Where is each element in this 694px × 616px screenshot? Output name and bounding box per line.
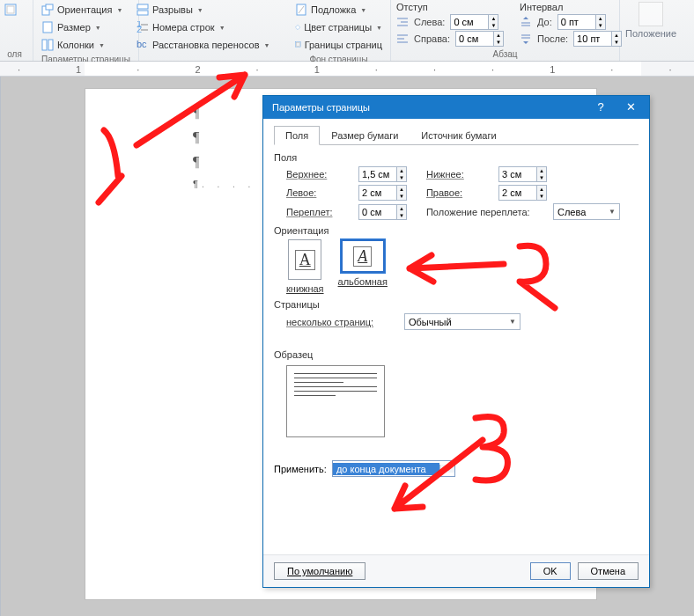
- gutter-label: Переплет:: [286, 207, 351, 217]
- spacing-before-label: До:: [537, 17, 552, 27]
- chevron-down-icon: ▼: [609, 208, 616, 216]
- chevron-down-icon: ▼: [99, 42, 105, 48]
- dialog-titlebar[interactable]: Параметры страницы ? ✕: [263, 96, 649, 119]
- section-orientation-label: Ориентация: [274, 225, 639, 236]
- columns-icon: [41, 39, 54, 51]
- chevron-down-icon: ▼: [360, 7, 366, 13]
- svg-rect-7: [137, 4, 148, 9]
- size-label: Размер: [57, 22, 91, 33]
- gutter-pos-value: Слева: [557, 207, 586, 217]
- line-numbers-icon: 12: [137, 21, 149, 33]
- spacing-after-input[interactable]: ▲▼: [573, 31, 622, 47]
- hyphenation-label: Расстановка переносов: [152, 40, 259, 50]
- page-color-button[interactable]: Цвет страницы▼: [292, 19, 385, 35]
- top-margin-input[interactable]: ▲▼: [358, 166, 407, 182]
- page-setup-dialog: Параметры страницы ? ✕ Поля Размер бумаг…: [262, 95, 650, 588]
- right-margin-label: Правое:: [426, 187, 491, 198]
- breaks-icon: [137, 4, 149, 16]
- spacing-before-icon: [520, 16, 532, 28]
- bottom-margin-input[interactable]: ▲▼: [498, 166, 547, 182]
- svg-rect-17: [296, 43, 299, 47]
- breaks-button[interactable]: Разрывы▼: [134, 2, 282, 18]
- chevron-down-icon: ▼: [197, 7, 203, 13]
- orientation-portrait[interactable]: A книжная: [286, 239, 324, 294]
- tab-source[interactable]: Источник бумаги: [410, 126, 507, 145]
- chevron-down-icon: ▼: [263, 42, 269, 48]
- watermark-icon: [295, 4, 307, 16]
- indent-right-icon: [396, 33, 409, 45]
- columns-button[interactable]: Колонки▼: [39, 37, 133, 53]
- multi-pages-value: Обычный: [409, 317, 452, 327]
- multi-pages-label: несколько страниц:: [286, 317, 397, 327]
- bottom-margin-label: Нижнее:: [426, 169, 491, 180]
- spacing-after-label: После:: [537, 33, 568, 44]
- horizontal-ruler[interactable]: · 1 · 2 · 1 · · · 1 · · · 2 · · · 3 · · …: [0, 62, 694, 77]
- page-borders-icon: [295, 39, 301, 51]
- left-margin-label: Левое:: [286, 187, 351, 198]
- tab-paper[interactable]: Размер бумаги: [320, 126, 410, 145]
- orientation-portrait-label: книжная: [286, 283, 324, 294]
- svg-rect-3: [46, 4, 53, 10]
- chevron-down-icon: ▼: [509, 318, 516, 326]
- indent-right-input[interactable]: ▲▼: [455, 31, 504, 47]
- svg-rect-5: [42, 40, 47, 50]
- page-color-label: Цвет страницы: [304, 22, 372, 33]
- default-button[interactable]: По умолчанию: [274, 562, 365, 580]
- orientation-landscape[interactable]: A альбомная: [338, 239, 388, 294]
- spacing-after-icon: [520, 33, 532, 45]
- orientation-landscape-label: альбомная: [338, 276, 388, 287]
- watermark-button[interactable]: Подложка▼: [292, 2, 385, 18]
- chevron-down-icon: ▼: [95, 25, 101, 31]
- help-button[interactable]: ?: [586, 96, 616, 119]
- hyphenation-icon: bc: [137, 39, 149, 51]
- svg-rect-4: [43, 22, 52, 33]
- line-numbers-button[interactable]: 12Номера строк▼: [134, 19, 282, 35]
- chevron-down-icon: ▼: [439, 465, 454, 473]
- section-pages-label: Страницы: [274, 299, 639, 310]
- margins-large-button[interactable]: [2, 2, 27, 18]
- orientation-button[interactable]: Ориентация▼: [39, 2, 133, 18]
- preview-thumbnail: [286, 365, 385, 437]
- dialog-tabs: Поля Размер бумаги Источник бумаги: [274, 126, 639, 145]
- position-icon: [639, 2, 663, 26]
- apply-to-value: до конца документа: [333, 463, 439, 475]
- apply-to-select[interactable]: до конца документа ▼: [332, 460, 455, 477]
- spacing-before-input[interactable]: ▲▼: [557, 14, 606, 30]
- indent-left-icon: [396, 16, 409, 28]
- tab-margins[interactable]: Поля: [274, 126, 320, 145]
- right-margin-input[interactable]: ▲▼: [498, 185, 547, 201]
- svg-rect-8: [137, 11, 148, 15]
- position-button[interactable]: Положение: [625, 28, 676, 39]
- indent-left-label: Слева:: [414, 17, 445, 27]
- gutter-pos-select[interactable]: Слева▼: [553, 203, 620, 220]
- indent-left-input[interactable]: ▲▼: [450, 14, 498, 30]
- page-color-icon: [295, 21, 300, 33]
- ok-button[interactable]: OK: [530, 562, 571, 580]
- chevron-down-icon: ▼: [116, 7, 122, 13]
- spacing-title: Интервал: [520, 2, 622, 12]
- orientation-label: Ориентация: [57, 4, 112, 15]
- size-button[interactable]: Размер▼: [39, 19, 133, 35]
- apply-to-label: Применить:: [274, 464, 327, 474]
- chevron-down-icon: ▼: [376, 25, 382, 31]
- cancel-button[interactable]: Отмена: [578, 562, 639, 580]
- close-button[interactable]: ✕: [616, 96, 646, 119]
- page-borders-label: Границы страниц: [305, 40, 382, 50]
- multi-pages-select[interactable]: Обычный▼: [404, 313, 520, 330]
- line-numbers-label: Номера строк: [152, 22, 215, 33]
- indent-title: Отступ: [396, 2, 504, 12]
- left-margin-input[interactable]: ▲▼: [358, 185, 407, 201]
- paragraph-group-label: Абзац: [396, 48, 614, 61]
- svg-rect-6: [48, 40, 53, 50]
- margins-icon: [4, 4, 17, 16]
- gutter-pos-label: Положение переплета:: [426, 207, 546, 217]
- gutter-input[interactable]: ▲▼: [358, 204, 407, 220]
- dialog-title-text: Параметры страницы: [272, 102, 370, 113]
- size-icon: [41, 21, 54, 33]
- breaks-label: Разрывы: [152, 4, 193, 15]
- watermark-label: Подложка: [311, 4, 356, 15]
- page-borders-button[interactable]: Границы страниц: [292, 37, 385, 53]
- hyphenation-button[interactable]: bcРасстановка переносов▼: [134, 37, 282, 53]
- orientation-icon: [41, 4, 54, 16]
- chevron-down-icon: ▼: [219, 25, 225, 31]
